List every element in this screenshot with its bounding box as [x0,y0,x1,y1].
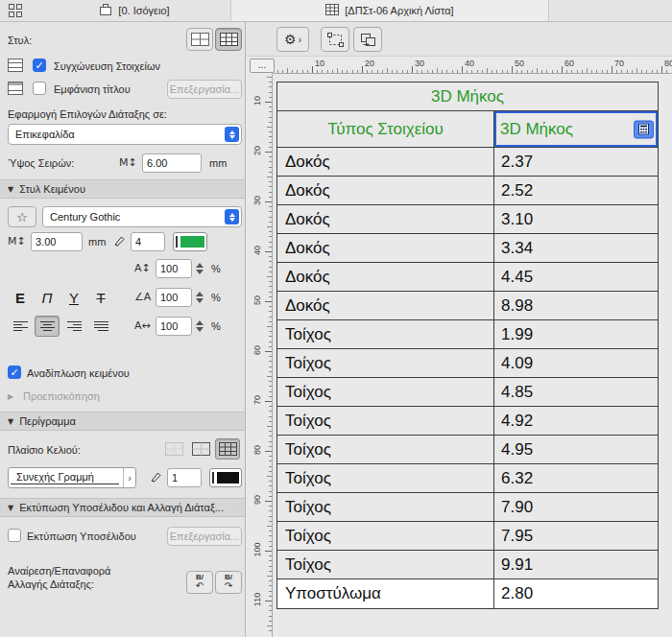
line-spacing-stepper[interactable] [194,259,205,278]
preview-section-label[interactable]: Προεπισκόπηση [23,390,100,402]
cell-3d-length[interactable]: 4.95 [494,436,658,463]
cell-3d-length[interactable]: 3.10 [494,205,658,233]
table-row[interactable]: Δοκός8.98 [277,292,658,320]
print-footer-checkbox[interactable] [8,529,21,542]
font-family-select[interactable]: Century Gothic [42,206,242,227]
align-center-button[interactable] [35,316,60,337]
show-title-checkbox[interactable] [33,82,46,95]
bold-button[interactable]: Ε [8,285,33,310]
cell-3d-length[interactable]: 8.98 [494,292,658,319]
frame-pen-input[interactable] [167,468,202,487]
column-header-element-type[interactable]: Τύπος Στοιχείου [277,111,494,147]
cell-frame-all-button[interactable] [215,438,240,460]
align-right-button[interactable] [61,316,86,337]
cell-3d-length[interactable]: 4.09 [494,349,658,377]
merge-elements-checkbox[interactable]: ✓ [33,59,46,72]
edit-title-button[interactable]: Επεξεργασία... [167,80,242,99]
cell-element-type[interactable]: Τοίχος [277,551,494,578]
vertical-ruler[interactable]: 102030405060708090100110 [246,74,273,637]
table-row[interactable]: Δοκός2.52 [277,177,658,205]
frame-pen-color-button[interactable] [209,468,242,487]
table-row[interactable]: Τοίχος4.85 [277,378,658,407]
table-row[interactable]: Τοίχος4.95 [277,436,658,464]
sum-function-button[interactable] [634,120,654,138]
cell-element-type[interactable]: Τοίχος [277,493,494,521]
strikethrough-button[interactable]: Τ [88,285,113,310]
edit-footer-button[interactable]: Επεξεργασία... [167,527,242,546]
marquee-options-button[interactable] [321,27,349,52]
section-border[interactable]: ▼ Περίγραμμα [0,412,245,431]
table-row[interactable]: Τοίχος1.99 [277,320,658,349]
underline-button[interactable]: Υ [61,285,86,310]
line-type-select[interactable]: Συνεχής Γραμμή › [8,467,136,488]
table-row[interactable]: Τοίχος4.92 [277,407,658,436]
text-pen-input[interactable] [131,232,165,251]
column-header-3d-length[interactable]: 3D Μήκος [494,111,658,147]
cell-element-type[interactable]: Τοίχος [277,407,494,435]
cell-element-type[interactable]: Τοίχος [277,436,494,463]
cell-element-type[interactable]: Δοκός [277,292,494,319]
font-size-input[interactable] [31,232,83,251]
cell-element-type[interactable]: Τοίχος [277,378,494,406]
disclosure-closed-icon[interactable]: ▶ [8,392,13,401]
settings-menu-button[interactable]: ⚙ › [276,27,309,52]
table-style-grid-button[interactable] [215,28,242,51]
cell-element-type[interactable]: Υποστύλωμα [277,579,494,608]
cell-element-type[interactable]: Τοίχος [277,522,494,550]
undo-layout-button[interactable]: B/ ↶ [186,571,213,594]
cell-element-type[interactable]: Δοκός [277,205,494,233]
cell-element-type[interactable]: Δοκός [277,148,494,176]
cell-element-type[interactable]: Τοίχος [277,320,494,348]
cell-frame-outline-button[interactable] [188,438,213,460]
align-left-button[interactable] [8,316,33,337]
cell-3d-length[interactable]: 4.92 [494,407,658,435]
text-pen-color-button[interactable] [173,232,207,251]
character-slant-stepper[interactable] [194,288,205,307]
justify-button[interactable] [88,316,113,337]
cell-element-type[interactable]: Δοκός [277,234,494,262]
cell-3d-length[interactable]: 2.37 [494,148,658,176]
width-factor-stepper[interactable] [194,317,205,336]
table-style-compact-button[interactable] [186,28,213,51]
cell-3d-length[interactable]: 3.34 [494,234,658,262]
table-title[interactable]: 3D Μήκος [277,83,658,111]
tab-schedule[interactable]: [ΔΠΣτ-06 Αρχική Λίστα] [230,0,549,21]
table-row[interactable]: Δοκός3.10 [277,205,658,234]
section-footer-print[interactable]: ▼ Εκτύπωση Υποσέλιδου και Αλλαγή Διάταξ.… [0,498,245,517]
table-row[interactable]: Δοκός3.34 [277,234,658,263]
schedule-canvas[interactable]: 3D Μήκος Τύπος Στοιχείου 3D Μήκος Δοκός2… [273,74,672,637]
wrap-text-checkbox[interactable]: ✓ [8,366,21,379]
cell-element-type[interactable]: Δοκός [277,263,494,291]
table-row[interactable]: Δοκός2.37 [277,148,658,177]
layout-scope-select[interactable]: Επικεφαλίδα [8,124,242,145]
cell-3d-length[interactable]: 6.32 [494,464,658,492]
cell-3d-length[interactable]: 9.91 [494,551,658,578]
favorites-button[interactable]: ☆ [8,206,36,227]
ruler-options-button[interactable]: ... [250,59,275,73]
width-factor-input[interactable] [156,317,192,336]
redo-layout-button[interactable]: B/ ↷ [215,571,242,594]
transfer-settings-button[interactable] [353,27,382,52]
app-grid-icon[interactable] [8,3,23,20]
cell-3d-length[interactable]: 2.80 [494,579,658,608]
character-slant-input[interactable] [156,288,192,307]
table-row[interactable]: Τοίχος4.09 [277,349,658,378]
cell-element-type[interactable]: Τοίχος [277,464,494,492]
cell-3d-length[interactable]: 4.45 [494,263,658,291]
cell-3d-length[interactable]: 1.99 [494,320,658,348]
line-spacing-input[interactable] [156,259,192,278]
table-row[interactable]: Τοίχος9.91 [277,551,658,579]
table-row[interactable]: Υποστύλωμα2.80 [277,579,658,608]
table-row[interactable]: Τοίχος7.95 [277,522,658,551]
cell-3d-length[interactable]: 4.85 [494,378,658,406]
cell-3d-length[interactable]: 7.95 [494,522,658,550]
cell-element-type[interactable]: Τοίχος [277,349,494,377]
cell-element-type[interactable]: Δοκός [277,177,494,204]
cell-frame-none-button[interactable] [161,438,186,460]
italic-button[interactable]: Π [35,285,60,310]
row-height-input[interactable] [142,153,202,173]
table-row[interactable]: Δοκός4.45 [277,263,658,292]
cell-3d-length[interactable]: 7.90 [494,493,658,521]
cell-3d-length[interactable]: 2.52 [494,177,658,204]
table-row[interactable]: Τοίχος7.90 [277,493,658,522]
